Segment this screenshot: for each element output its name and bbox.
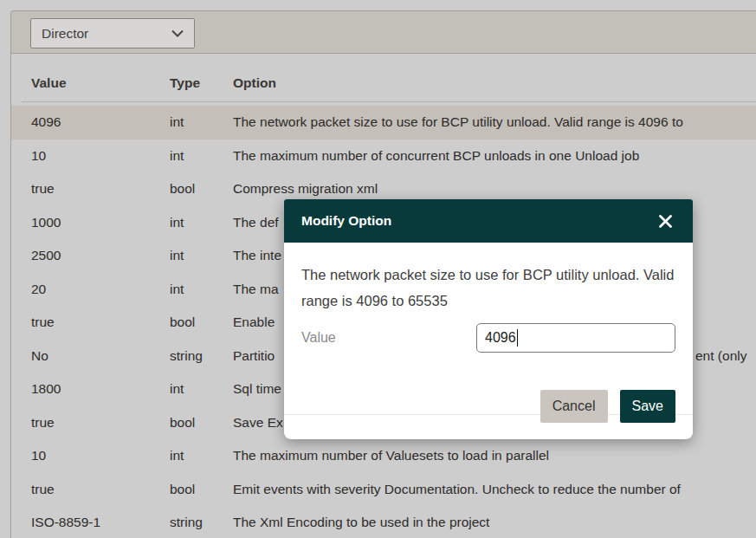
cell-value: 20	[31, 273, 46, 307]
column-header-option: Option	[233, 75, 276, 91]
table-row[interactable]: true bool Emit events with severity Docu…	[11, 473, 756, 507]
cell-type: bool	[170, 306, 195, 340]
cell-value: ISO-8859-1	[31, 506, 100, 538]
cell-value: true	[31, 306, 55, 340]
cell-option: The network packet size to use for BCP u…	[233, 106, 756, 139]
cell-value: 2500	[31, 239, 61, 273]
column-header-value: Value	[31, 75, 67, 91]
close-icon	[659, 215, 672, 228]
dialog-footer: Cancel Save	[540, 390, 675, 423]
dialog-title: Modify Option	[301, 213, 391, 229]
cell-type: int	[170, 273, 184, 307]
cancel-button[interactable]: Cancel	[540, 390, 608, 423]
header-divider	[22, 101, 756, 102]
option-description: The network packet size to use for BCP u…	[301, 262, 675, 314]
profile-select[interactable]: Director	[30, 18, 195, 49]
value-form-row: Value 4096	[301, 323, 675, 353]
cell-option: Emit events with severity Documentation.…	[233, 473, 756, 507]
cell-type: int	[170, 373, 184, 406]
cell-value: 1000	[31, 206, 61, 240]
cell-type: int	[170, 106, 184, 139]
cell-value: No	[31, 340, 48, 373]
cell-option: The Xml Encoding to be used in the proje…	[233, 506, 756, 538]
close-button[interactable]	[656, 211, 675, 231]
cell-value: 10	[31, 139, 46, 173]
cell-value: true	[31, 406, 55, 440]
cell-type: string	[170, 506, 203, 538]
cell-value: 4096	[31, 106, 61, 139]
table-row[interactable]: 4096 int The network packet size to use …	[11, 106, 756, 139]
value-input[interactable]: 4096	[476, 323, 675, 353]
column-header-type: Type	[170, 75, 200, 91]
cell-type: bool	[170, 473, 195, 507]
dialog-header: Modify Option	[284, 199, 693, 243]
value-input-text: 4096	[485, 330, 516, 346]
cell-option: The maximum number of concurrent BCP unl…	[233, 139, 756, 173]
profile-select-value: Director	[42, 26, 171, 42]
cell-value: 10	[31, 439, 46, 473]
table-row[interactable]: 10 int The maximum number of concurrent …	[11, 139, 756, 173]
toolbar: Director	[10, 10, 756, 54]
cell-type: int	[170, 239, 184, 273]
cell-type: bool	[170, 406, 195, 440]
cell-type: string	[170, 340, 203, 373]
cell-value: true	[31, 473, 55, 507]
modify-option-dialog: Modify Option The network packet size to…	[284, 199, 693, 439]
table-row[interactable]: 10 int The maximum number of Valuesets t…	[11, 439, 756, 473]
cell-type: int	[170, 439, 184, 473]
text-caret	[517, 329, 519, 347]
cell-type: int	[170, 139, 184, 173]
cell-option-tail: ent (only	[695, 340, 746, 373]
value-field-label: Value	[301, 330, 336, 345]
cell-option: The maximum number of Valuesets to load …	[233, 439, 756, 473]
dialog-body: The network packet size to use for BCP u…	[284, 243, 693, 439]
save-button[interactable]: Save	[620, 390, 675, 423]
cell-type: int	[170, 206, 184, 240]
chevron-down-icon	[171, 29, 184, 37]
cell-type: bool	[170, 172, 195, 206]
cell-value: true	[31, 172, 55, 206]
cell-value: 1800	[31, 373, 61, 406]
table-row[interactable]: ISO-8859-1 string The Xml Encoding to be…	[11, 506, 756, 538]
